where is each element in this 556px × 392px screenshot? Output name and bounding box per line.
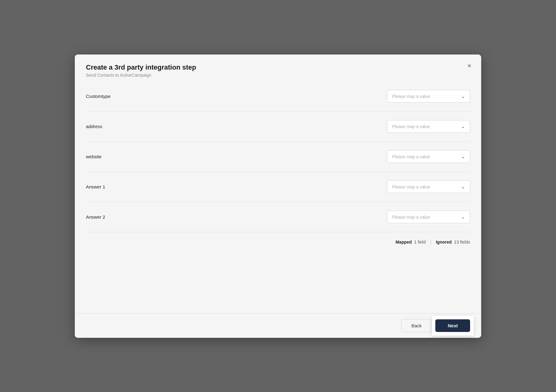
field-select-placeholder-answer1: Please map a value: [392, 184, 430, 189]
field-row-answer1: Answer 1 Please map a value ⌄: [86, 172, 470, 202]
modal-title: Create a 3rd party integration step: [86, 63, 470, 72]
ignored-label: Ignored: [436, 240, 452, 244]
next-button[interactable]: Next: [435, 319, 470, 332]
field-row-address: address Please map a value ⌄: [86, 111, 470, 142]
modal-subtitle: Send Contacts to ActiveCampaign: [86, 73, 470, 78]
chevron-down-icon-address: ⌄: [461, 123, 465, 129]
field-label-customtype: Customtype: [86, 94, 111, 99]
mapped-label: Mapped: [396, 240, 412, 244]
back-button[interactable]: Back: [401, 319, 432, 332]
mapped-value: 1 field: [414, 240, 425, 244]
mapped-summary: Mapped 1 field: [396, 240, 426, 244]
chevron-down-icon: ⌄: [461, 93, 465, 99]
modal-header: Create a 3rd party integration step Send…: [75, 55, 481, 82]
summary-row: Mapped 1 field Ignored 13 fields: [86, 232, 470, 249]
chevron-down-icon-answer1: ⌄: [461, 184, 465, 190]
field-select-answer1[interactable]: Please map a value ⌄: [387, 180, 470, 193]
field-label-address: address: [86, 124, 102, 129]
field-select-answer2[interactable]: Please map a value ⌄: [387, 211, 470, 223]
chevron-down-icon-answer2: ⌄: [461, 214, 465, 220]
modal: Create a 3rd party integration step Send…: [75, 55, 481, 338]
field-row-customtype: Customtype Please map a value ⌄: [86, 81, 470, 111]
field-select-placeholder-customtype: Please map a value: [392, 94, 430, 99]
next-label: Next: [448, 323, 458, 328]
field-select-address[interactable]: Please map a value ⌄: [387, 120, 470, 133]
field-select-customtype[interactable]: Please map a value ⌄: [387, 90, 470, 103]
modal-footer: Back Next: [75, 313, 481, 338]
ignored-value: 13 fields: [454, 240, 470, 244]
close-icon: ×: [467, 63, 471, 69]
modal-overlay: Create a 3rd party integration step Send…: [0, 0, 556, 392]
field-row-answer2: Answer 2 Please map a value ⌄: [86, 202, 470, 232]
field-select-placeholder-address: Please map a value: [392, 124, 430, 129]
close-button[interactable]: ×: [466, 61, 473, 71]
chevron-down-icon-website: ⌄: [461, 154, 465, 160]
modal-body: Customtype Please map a value ⌄ address …: [75, 81, 481, 313]
field-row-website: website Please map a value ⌄: [86, 142, 470, 172]
field-select-website[interactable]: Please map a value ⌄: [387, 150, 470, 163]
field-label-website: website: [86, 154, 102, 159]
field-select-placeholder-website: Please map a value: [392, 154, 430, 159]
ignored-summary: Ignored 13 fields: [436, 240, 470, 244]
field-label-answer2: Answer 2: [86, 214, 105, 220]
next-button-wrapper: Next: [435, 319, 470, 332]
field-select-placeholder-answer2: Please map a value: [392, 215, 430, 220]
summary-divider: [431, 240, 431, 244]
field-label-answer1: Answer 1: [86, 184, 105, 189]
